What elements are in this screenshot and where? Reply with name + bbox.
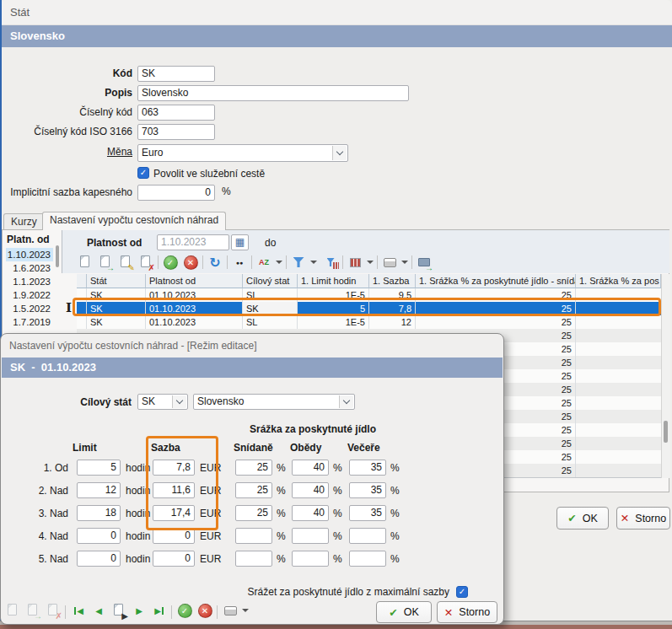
- sazba-input[interactable]: 7,8: [153, 460, 195, 476]
- dialog-storno-button[interactable]: ✕ Storno: [437, 601, 497, 623]
- ciselny-kod-input[interactable]: 063: [137, 105, 215, 121]
- snidane-input[interactable]: [235, 551, 272, 567]
- sazba-input[interactable]: 0: [153, 528, 195, 544]
- grid-scrollbar-thumb[interactable]: [664, 421, 668, 443]
- limit-input[interactable]: 5: [77, 460, 121, 476]
- snidane-input[interactable]: 25: [235, 460, 272, 476]
- print-dropdown-icon[interactable]: [396, 254, 413, 271]
- storno-button[interactable]: ✕ Storno: [616, 507, 670, 530]
- col-cilovy[interactable]: Cílový stat: [243, 274, 298, 288]
- kapesne-input[interactable]: 0: [137, 185, 215, 201]
- next-record-icon[interactable]: ▶: [131, 602, 148, 619]
- search-icon[interactable]: ●●: [231, 254, 248, 271]
- discard-icon[interactable]: ✕: [196, 602, 213, 619]
- povolit-checkbox[interactable]: ✓: [137, 167, 149, 179]
- limit-input[interactable]: 0: [77, 528, 121, 544]
- limit-input[interactable]: 18: [77, 505, 121, 521]
- calendar-button[interactable]: ▦: [231, 234, 249, 250]
- chevron-down-icon: [343, 397, 350, 404]
- print-dropdown-icon[interactable]: [237, 602, 254, 619]
- cilovy-name-select[interactable]: Slovensko: [193, 394, 355, 410]
- window-titlebar[interactable]: Stát: [0, 0, 672, 25]
- ok-button[interactable]: ✔ OK: [556, 507, 609, 530]
- discard-icon[interactable]: ✕: [182, 254, 199, 271]
- tab-nastaveni[interactable]: Nastavení vypočtu cestovních náhrad: [42, 212, 226, 230]
- col-limit[interactable]: 1. Limit hodin: [298, 274, 369, 288]
- col-sazba[interactable]: 1. Sazba: [369, 274, 416, 288]
- refresh-icon[interactable]: ↻: [207, 254, 223, 271]
- povolit-label: Povolit ve služební cestě: [153, 168, 265, 180]
- browse-records-icon[interactable]: ▶: [110, 602, 127, 619]
- col-pos[interactable]: 1. Srážka % za pos: [576, 274, 661, 288]
- cilovy-code-select[interactable]: SK: [137, 394, 188, 410]
- snidane-input[interactable]: 25: [235, 505, 272, 521]
- vecere-input[interactable]: 35: [349, 505, 386, 521]
- mena-select[interactable]: Euro: [137, 144, 348, 162]
- calendar-icon: ▦: [235, 236, 245, 248]
- filter-dropdown-icon[interactable]: [305, 254, 322, 271]
- obedy-input[interactable]: [292, 551, 329, 567]
- delete-record-icon[interactable]: ✗: [45, 602, 62, 619]
- new-record-icon[interactable]: [77, 254, 94, 271]
- vecere-col-header: Večeře: [347, 442, 388, 454]
- last-record-icon[interactable]: ▶: [151, 602, 168, 619]
- columns-dropdown-icon[interactable]: [362, 254, 379, 271]
- sazba-col-header: Sazba: [151, 442, 193, 454]
- sazba-input[interactable]: 11,6: [153, 482, 195, 498]
- obedy-input[interactable]: [292, 528, 329, 544]
- sort-az-icon[interactable]: AZ: [255, 254, 272, 271]
- snidane-input[interactable]: [235, 528, 272, 544]
- limit-input[interactable]: 0: [77, 551, 121, 567]
- obedy-input[interactable]: 40: [292, 482, 329, 498]
- kod-input[interactable]: SK: [137, 66, 215, 82]
- cilovy-code-dropdown[interactable]: [172, 395, 186, 408]
- tab-kurzy[interactable]: Kurzy: [3, 213, 45, 230]
- vecere-input[interactable]: 35: [349, 460, 386, 476]
- copy-record-icon[interactable]: →: [97, 254, 114, 271]
- col-stat[interactable]: Stát: [87, 274, 146, 288]
- export-icon[interactable]: →: [416, 254, 433, 271]
- sort-dropdown-icon[interactable]: [271, 254, 288, 271]
- iso-kod-label: Číselný kód ISO 3166: [0, 124, 132, 140]
- save-confirm-icon[interactable]: ✓: [176, 602, 193, 619]
- columns-icon[interactable]: [347, 254, 363, 271]
- snidane-col-header: Snídaně: [234, 442, 276, 454]
- filter-icon[interactable]: [290, 254, 307, 271]
- first-record-icon[interactable]: ◀: [70, 602, 87, 619]
- chevron-down-icon: [336, 148, 343, 155]
- kod-label: Kód: [0, 66, 132, 82]
- sazba-input[interactable]: 0: [153, 551, 195, 567]
- col-snidane[interactable]: 1. Srážka % za poskytnuté jídlo - snídan…: [416, 274, 576, 288]
- table-row[interactable]: SK 01.10.2023 SI 1E-5 9,5 25: [3, 288, 661, 302]
- dialog-ok-button[interactable]: ✔ OK: [376, 601, 432, 623]
- table-row[interactable]: SK 01.10.2023 SL 1E-5 12 25: [3, 315, 661, 329]
- edit-record-icon[interactable]: ✎: [117, 254, 134, 271]
- mena-label[interactable]: Měna: [0, 144, 132, 160]
- edit-dialog: Nastavení výpočtu cestovních náhrad - [R…: [0, 333, 504, 625]
- col-platnost[interactable]: Platnost od: [146, 274, 243, 288]
- platnost-od-input[interactable]: 1.10.2023: [157, 234, 229, 250]
- srazet-checkbox[interactable]: ✓: [456, 586, 468, 598]
- new-record-icon[interactable]: [4, 602, 21, 619]
- snidane-input[interactable]: 25: [235, 482, 272, 498]
- mena-dropdown-button[interactable]: [332, 146, 347, 160]
- copy-record-icon[interactable]: →: [24, 602, 41, 619]
- grid-scrollbar-track[interactable]: [661, 274, 670, 478]
- obedy-input[interactable]: 40: [292, 505, 329, 521]
- save-confirm-icon[interactable]: ✓: [162, 254, 179, 271]
- vecere-input[interactable]: [349, 551, 386, 567]
- sazba-input[interactable]: 17,4: [153, 505, 195, 521]
- cilovy-name-dropdown[interactable]: [339, 395, 353, 408]
- table-row-selected[interactable]: SK 01.10.2023 SK 5 7,8 25: [3, 302, 661, 315]
- vecere-input[interactable]: [349, 528, 386, 544]
- obedy-input[interactable]: 40: [292, 460, 329, 476]
- print-icon[interactable]: [222, 602, 239, 619]
- prev-record-icon[interactable]: ◀: [90, 602, 107, 619]
- filter-stats-icon[interactable]: [322, 254, 339, 271]
- delete-record-icon[interactable]: ✗: [137, 254, 154, 271]
- print-icon[interactable]: [381, 254, 398, 271]
- iso-kod-input[interactable]: 703: [137, 124, 215, 140]
- popis-input[interactable]: Slovensko: [137, 85, 409, 101]
- vecere-input[interactable]: 35: [349, 482, 386, 498]
- limit-input[interactable]: 12: [77, 482, 121, 498]
